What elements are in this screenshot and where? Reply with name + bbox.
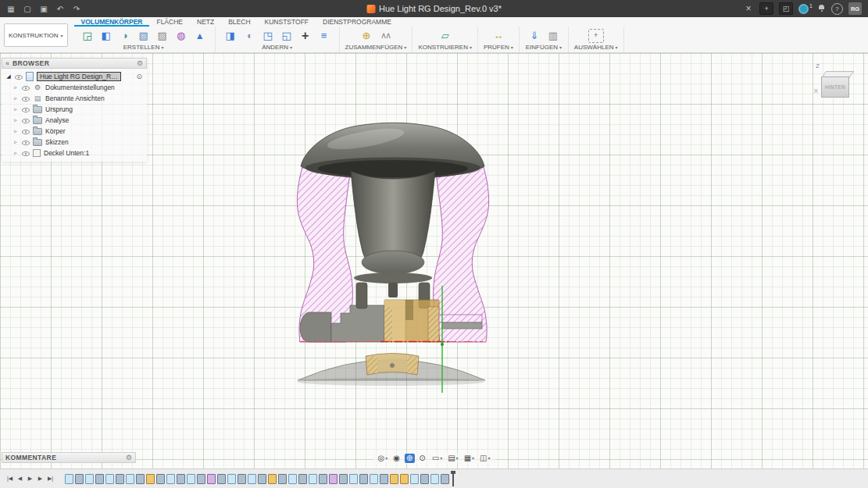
timeline-feature[interactable]: [410, 474, 419, 484]
timeline-feature[interactable]: [298, 474, 307, 484]
timeline-feature[interactable]: [430, 474, 439, 484]
visibility-eye-icon[interactable]: [22, 150, 30, 157]
ribbon-tab[interactable]: FLÄCHE: [149, 17, 190, 27]
align-icon[interactable]: [315, 28, 334, 44]
step-back-button[interactable]: ◀: [16, 474, 24, 483]
group-label-aendern[interactable]: ÄNDERN▾: [262, 44, 292, 51]
timeline-feature[interactable]: [339, 474, 348, 484]
shell-icon[interactable]: [259, 28, 277, 44]
timeline-feature[interactable]: [136, 474, 145, 484]
browser-item[interactable]: ▹ Deckel Unten:1: [2, 148, 147, 159]
timeline-feature[interactable]: [65, 474, 73, 484]
origin-point[interactable]: [441, 343, 444, 346]
activate-component-icon[interactable]: ⊙: [136, 73, 142, 80]
timeline-feature[interactable]: [207, 474, 216, 484]
group-label-erstellen[interactable]: ERSTELLEN▾: [123, 44, 164, 51]
lamp-cap[interactable]: [301, 123, 484, 179]
revolve-icon[interactable]: [116, 28, 134, 44]
browser-item[interactable]: ▹ Skizzen: [2, 137, 147, 148]
standoff-pin-right[interactable]: [419, 283, 430, 308]
timeline-feature[interactable]: [197, 474, 205, 484]
insert-mesh-icon[interactable]: [525, 28, 544, 44]
group-label-konstruieren[interactable]: KONSTRUIEREN▾: [418, 44, 472, 51]
browser-item[interactable]: ▹ Ursprung: [2, 104, 147, 115]
ribbon-tab[interactable]: DIENSTPROGRAMME: [316, 17, 398, 27]
timeline-feature[interactable]: [349, 474, 358, 484]
measure-icon[interactable]: [489, 28, 508, 44]
timeline-feature[interactable]: [390, 474, 398, 484]
timeline-feature[interactable]: [268, 474, 277, 484]
expand-arrow-icon[interactable]: ▹: [13, 106, 19, 112]
expand-arrow-icon[interactable]: ◢: [5, 73, 12, 80]
timeline-feature[interactable]: [227, 474, 236, 484]
section-wall-right[interactable]: [434, 167, 489, 342]
timeline-feature[interactable]: [156, 474, 165, 484]
ribbon-tab[interactable]: VOLUMENKÖRPER: [74, 17, 150, 27]
timeline-feature[interactable]: [319, 474, 327, 484]
timeline-feature[interactable]: [441, 474, 449, 484]
group-label-einfuegen[interactable]: EINFÜGEN▾: [526, 44, 562, 51]
box-icon[interactable]: [134, 28, 153, 44]
play-button[interactable]: ▶: [26, 474, 34, 483]
orbit-icon[interactable]: ◎▾: [376, 454, 389, 463]
view-cube-face-hinten[interactable]: HINTEN: [821, 77, 849, 98]
expand-arrow-icon[interactable]: ▹: [13, 84, 19, 91]
view-cube[interactable]: Z HINTEN X: [801, 61, 855, 108]
group-label-zusammenfuegen[interactable]: ZUSAMMENFÜGEN▾: [345, 44, 407, 51]
visibility-eye-icon[interactable]: [22, 95, 30, 102]
timeline-feature[interactable]: [75, 474, 84, 484]
display-settings-icon[interactable]: ▤▾: [446, 454, 459, 463]
extrude-icon[interactable]: [97, 28, 116, 44]
timeline-feature[interactable]: [187, 474, 195, 484]
timeline-feature[interactable]: [329, 474, 338, 484]
pattern-icon[interactable]: [153, 28, 172, 44]
document-tab[interactable]: Hue Light RG Design_Rev.0 v3*: [366, 4, 502, 13]
redo-icon[interactable]: ↷: [69, 2, 84, 16]
skip-end-button[interactable]: ▶|: [46, 474, 55, 483]
timeline-feature[interactable]: [126, 474, 134, 484]
help-icon[interactable]: ?: [831, 3, 843, 15]
visibility-eye-icon[interactable]: [22, 139, 30, 146]
save-icon[interactable]: ▣: [36, 2, 52, 16]
visibility-eye-icon[interactable]: [22, 106, 30, 113]
screw[interactable]: [391, 364, 395, 368]
ribbon-tab[interactable]: BLECH: [221, 17, 257, 27]
timeline-feature[interactable]: [95, 474, 104, 484]
ribbon-tab[interactable]: KUNSTSTOFF: [258, 17, 316, 27]
expand-arrow-icon[interactable]: ▹: [13, 117, 19, 123]
bottom-cover-dome[interactable]: [298, 360, 485, 381]
timeline-position-marker[interactable]: [452, 472, 454, 486]
cone-icon[interactable]: [191, 28, 209, 44]
look-at-icon[interactable]: ◉: [391, 454, 402, 463]
expand-arrow-icon[interactable]: ▹: [13, 128, 19, 134]
browser-item[interactable]: ▹ Dokumenteinstellungen: [2, 82, 147, 93]
expand-toolbar-button[interactable]: ◰: [779, 2, 793, 15]
ribbon-tab[interactable]: NETZ: [190, 17, 221, 27]
browser-item[interactable]: ▹ Körper: [2, 126, 147, 137]
grid-settings-icon[interactable]: ▦▾: [463, 454, 476, 463]
comments-panel[interactable]: KOMMENTARE ⚙: [2, 452, 136, 463]
standoff-pin-center[interactable]: [388, 283, 398, 297]
konstruktion-dropdown[interactable]: KONSTRUKTION ▾: [4, 23, 68, 47]
base-foot[interactable]: [300, 312, 331, 342]
browser-item[interactable]: ▹ Analyse: [2, 115, 147, 126]
timeline-feature[interactable]: [238, 474, 246, 484]
timeline-feature[interactable]: [420, 474, 429, 484]
timeline-feature[interactable]: [177, 474, 185, 484]
timeline-feature[interactable]: [146, 474, 155, 484]
browser-root-item[interactable]: ◢ Hue Light RG Design_Rev.0 ... ⊙: [2, 71, 147, 82]
visibility-eye-icon[interactable]: [22, 84, 30, 91]
timeline-feature[interactable]: [380, 474, 388, 484]
root-item-label[interactable]: Hue Light RG Design_Rev.0 ...: [37, 72, 121, 81]
base-step[interactable]: [331, 305, 384, 342]
timeline-feature[interactable]: [85, 474, 94, 484]
timeline-feature[interactable]: [166, 474, 175, 484]
step-forward-button[interactable]: ▶: [36, 474, 45, 483]
zoom-icon[interactable]: ⊙: [417, 454, 427, 463]
timeline-feature[interactable]: [400, 474, 409, 484]
pan-icon[interactable]: ⊕: [405, 454, 415, 463]
visibility-eye-icon[interactable]: [22, 117, 30, 124]
timeline-feature[interactable]: [370, 474, 378, 484]
new-file-icon[interactable]: ▢: [20, 2, 35, 16]
combine-icon[interactable]: [277, 28, 296, 44]
